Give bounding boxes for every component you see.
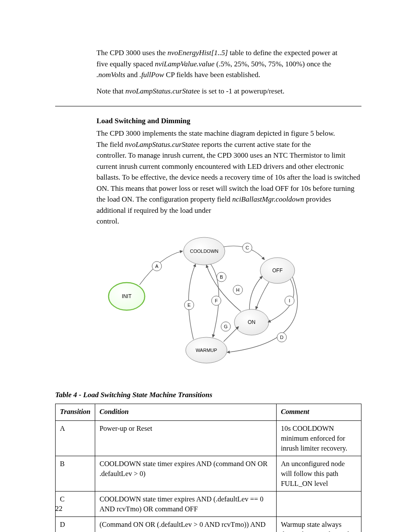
intro-note: Note that nvoLampStatus.curStatee is set… bbox=[97, 86, 361, 97]
svg-text:C: C bbox=[246, 245, 249, 250]
svg-text:E: E bbox=[187, 302, 190, 308]
svg-text:A: A bbox=[155, 264, 159, 269]
svg-text:H: H bbox=[236, 287, 240, 292]
svg-text:B: B bbox=[220, 274, 223, 280]
state-init: INIT bbox=[122, 293, 132, 299]
state-warmup: WARMUP bbox=[196, 348, 217, 353]
th-comment: Comment bbox=[276, 404, 361, 420]
svg-text:F: F bbox=[215, 298, 218, 303]
body-paragraph: The CPD 3000 implements the state machin… bbox=[97, 128, 361, 227]
state-on: ON bbox=[248, 319, 255, 325]
state-off: OFF bbox=[272, 268, 283, 274]
th-condition: Condition bbox=[95, 404, 276, 420]
svg-text:G: G bbox=[224, 324, 228, 329]
state-cooldown: COOLDOWN bbox=[190, 249, 218, 254]
svg-text:I: I bbox=[289, 298, 290, 303]
transitions-table: Transition Condition Comment A Power-up … bbox=[55, 404, 361, 532]
table-row: B COOLDOWN state timer expires AND (comm… bbox=[56, 456, 361, 491]
intro-line1: The CPD 3000 uses the nvoEnergyHist[1..5… bbox=[97, 47, 361, 81]
table-row: C COOLDOWN state timer expires AND (.def… bbox=[56, 492, 361, 517]
page-number: 22 bbox=[55, 504, 62, 513]
section-divider bbox=[55, 106, 361, 106]
table-row: A Power-up or Reset 10s COOLDOWN minimum… bbox=[56, 420, 361, 456]
table-caption: Table 4 - Load Switching State Machine T… bbox=[55, 391, 361, 399]
section-heading: Load Switching and Dimming bbox=[97, 117, 361, 125]
th-transition: Transition bbox=[56, 404, 95, 420]
state-diagram: INIT COOLDOWN OFF ON WARMUP A C bbox=[97, 230, 361, 367]
svg-text:D: D bbox=[280, 335, 283, 340]
table-row: D (Command ON OR (.defaultLev > 0 AND rc… bbox=[56, 517, 361, 532]
